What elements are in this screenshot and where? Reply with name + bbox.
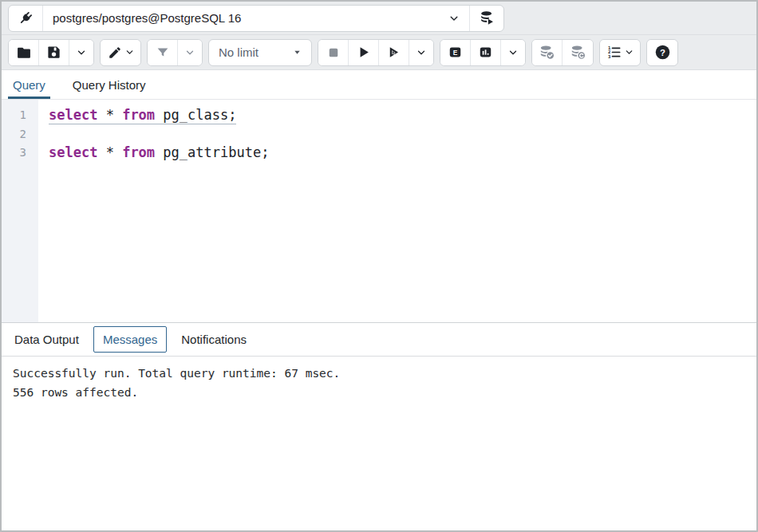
message-line: 556 rows affected. (13, 383, 745, 402)
tab-query-label: Query (13, 78, 45, 92)
connection-status-cell (9, 6, 43, 31)
caret-down-icon (293, 48, 302, 57)
explain-button[interactable]: E (440, 40, 471, 65)
database-check-icon (539, 44, 555, 61)
open-file-button[interactable] (9, 40, 39, 65)
execute-button-group (318, 39, 434, 66)
stop-icon (326, 45, 341, 60)
executed-query-underline: select * from pg_class; (49, 107, 236, 124)
explain-analyze-button[interactable] (471, 40, 501, 65)
svg-text:?: ? (660, 48, 665, 57)
explain-options-button[interactable] (501, 40, 525, 65)
sql-text: pg_attribute; (155, 144, 269, 160)
edit-button-group (100, 39, 141, 66)
numbered-list-icon: 1 2 3 (606, 45, 622, 60)
tab-messages[interactable]: Messages (93, 326, 167, 353)
sql-text: * (97, 107, 122, 123)
connection-group: postgres/postgres@PostgreSQL 16 (8, 5, 504, 32)
filter-icon (156, 45, 170, 60)
sql-keyword: select (49, 107, 97, 123)
save-options-button[interactable] (69, 40, 93, 65)
chevron-down-icon (448, 13, 460, 24)
sql-keyword: select (49, 144, 97, 160)
sql-keyword: from (122, 144, 155, 160)
row-limit-select[interactable]: No limit (208, 39, 312, 66)
tab-notifications-label: Notifications (181, 333, 247, 346)
save-button[interactable] (39, 40, 69, 65)
edit-button[interactable] (101, 40, 140, 65)
execute-script-button[interactable] (379, 40, 409, 65)
filter-button-group (147, 39, 203, 66)
question-circle-icon: ? (654, 44, 671, 61)
row-limit-value: No limit (219, 45, 259, 59)
sql-line-1: select * from pg_class; (49, 106, 756, 125)
tab-data-output[interactable]: Data Output (13, 327, 81, 352)
connection-select[interactable]: postgres/postgres@PostgreSQL 16 (43, 6, 470, 31)
explain-badge-icon: E (448, 45, 463, 60)
line-number-gutter: 1 2 3 (2, 100, 38, 322)
chevron-down-icon (125, 48, 134, 57)
play-cursor-icon (386, 45, 401, 60)
tab-query-history[interactable]: Query History (73, 70, 146, 99)
bar-chart-badge-icon (478, 45, 493, 60)
database-connect-icon (479, 10, 495, 26)
connection-bar: postgres/postgres@PostgreSQL 16 (2, 2, 756, 35)
folder-icon (16, 45, 32, 61)
tab-notifications[interactable]: Notifications (180, 327, 248, 352)
database-undo-icon (570, 44, 586, 61)
pencil-icon (108, 45, 122, 60)
chevron-down-icon (508, 48, 518, 57)
line-number: 1 (2, 106, 38, 125)
transaction-button-group (531, 39, 594, 66)
results-tabbar: Data Output Messages Notifications (2, 322, 756, 357)
sql-line-2 (49, 125, 756, 144)
rollback-button[interactable] (563, 40, 593, 65)
sql-text: pg_class; (155, 107, 236, 123)
chevron-down-icon (625, 48, 634, 57)
line-number: 2 (2, 125, 38, 144)
editor-tabbar: Query Query History (2, 70, 756, 100)
chevron-down-icon (77, 48, 86, 57)
sql-code-area[interactable]: select * from pg_class; select * from pg… (38, 100, 756, 322)
line-number: 3 (2, 144, 38, 163)
floppy-save-icon (46, 45, 61, 60)
help-button[interactable]: ? (647, 40, 677, 65)
tab-query-history-label: Query History (73, 78, 146, 92)
tab-messages-label: Messages (103, 333, 157, 346)
sql-keyword: from (122, 107, 155, 123)
plug-icon (17, 10, 34, 27)
execute-options-button[interactable] (409, 40, 433, 65)
play-icon (356, 45, 371, 60)
explain-button-group: E (440, 39, 526, 66)
connection-select-value: postgres/postgres@PostgreSQL 16 (53, 11, 241, 25)
query-tool-window: postgres/postgres@PostgreSQL 16 (0, 0, 758, 532)
file-button-group (8, 39, 94, 66)
messages-panel: Successfully run. Total query runtime: 6… (2, 357, 756, 530)
filter-button[interactable] (148, 40, 178, 65)
macros-button-group: 1 2 3 (599, 39, 641, 66)
chevron-down-icon (417, 48, 426, 57)
tab-data-output-label: Data Output (14, 333, 79, 346)
svg-text:E: E (453, 49, 458, 57)
new-connection-button[interactable] (470, 6, 503, 31)
chevron-down-icon (185, 48, 195, 57)
filter-options-button[interactable] (178, 40, 202, 65)
query-toolbar: No limit (2, 35, 756, 70)
sql-editor: 1 2 3 select * from pg_class; select * f… (2, 100, 756, 322)
commit-button[interactable] (532, 40, 563, 65)
execute-button[interactable] (349, 40, 379, 65)
help-button-group: ? (646, 39, 678, 66)
macros-button[interactable]: 1 2 3 (600, 40, 640, 65)
tab-query[interactable]: Query (13, 70, 45, 99)
svg-text:3: 3 (608, 54, 610, 59)
stop-button[interactable] (318, 40, 349, 65)
sql-line-3: select * from pg_attribute; (49, 144, 756, 163)
message-line: Successfully run. Total query runtime: 6… (13, 364, 745, 383)
sql-text: * (97, 144, 122, 160)
